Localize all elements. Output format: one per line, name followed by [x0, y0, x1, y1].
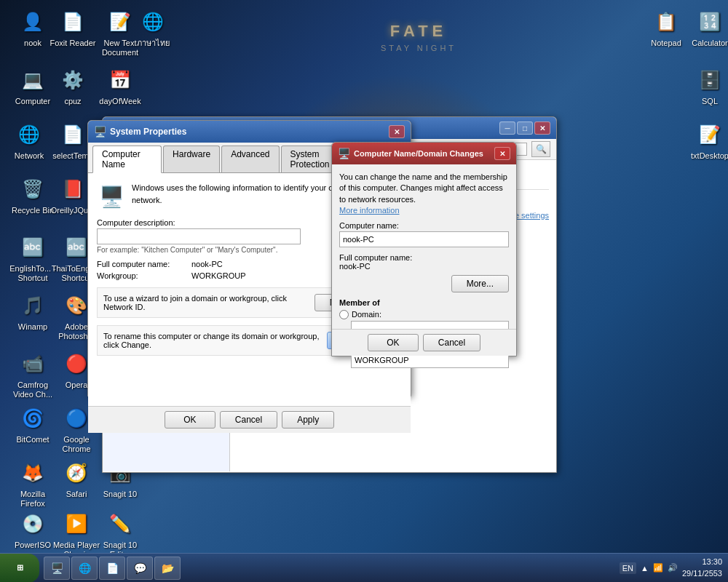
domain-changes-dialog: 🖥️ Computer Name/Domain Changes ✕ You ca… [331, 142, 517, 356]
desktop-icon-cpuz[interactable]: ⚙️ cpuz [47, 65, 98, 106]
taskbar-item-5[interactable]: 📂 [154, 557, 181, 580]
search-button[interactable]: 🔍 [531, 141, 550, 157]
sys-props-controls: ✕ [389, 125, 405, 138]
taskbar-clock[interactable]: 13:30 29/11/2553 [682, 557, 722, 579]
dayofweek-icon: 📅 [106, 65, 135, 95]
oreilly-icon: 📕 [58, 175, 87, 204]
domain-radio[interactable] [339, 310, 349, 319]
photoshop-icon: 🎨 [62, 291, 91, 320]
notepad-icon: 📋 [652, 7, 681, 36]
wizard-text: To use a wizard to join a domain or work… [103, 294, 309, 311]
member-of-label: Member of [339, 298, 509, 307]
desktop-icon-txtdesktop[interactable]: 📝 txtDesktop [684, 120, 728, 161]
domain-full-name-value: nook-PC [339, 262, 509, 271]
sql-icon: 🗄️ [695, 65, 724, 95]
domain-dialog-controls: ✕ [494, 147, 510, 160]
desktop-icon-foxit[interactable]: 📄 Foxit Reader [47, 7, 98, 48]
desktop-icon-sql[interactable]: 🗄️ SQL [684, 65, 728, 106]
cpuz-label: cpuz [47, 97, 98, 106]
dayofweek-label: dayOfWeek [95, 97, 146, 106]
winamp-icon: 🎵 [18, 291, 47, 320]
selecttemp-icon: 📄 [58, 120, 87, 149]
recycle-icon: 🗑️ [18, 175, 47, 204]
txtdesktop-label: txtDesktop [684, 151, 728, 161]
taskbar-items: 🖥️ 🌐 📄 💬 📂 [42, 554, 614, 582]
domain-full-name-area: Full computer name: nook-PC [339, 253, 509, 271]
search-icon: 🔍 [536, 144, 547, 154]
chrome-label: Google Chrome [51, 435, 102, 454]
network-computer-icon: 🖥️ [97, 182, 126, 211]
language-indicator[interactable]: EN [620, 562, 636, 574]
description-input[interactable] [97, 228, 301, 244]
taskbar: ⊞ 🖥️ 🌐 📄 💬 📂 EN ▲ 📶 🔊 13 [0, 553, 728, 582]
desktop-icon-dayofweek[interactable]: 📅 dayOfWeek [95, 65, 146, 106]
nook-icon: 👤 [18, 7, 47, 36]
taskbar-item-2[interactable]: 🌐 [71, 557, 98, 580]
domain-dialog-close-button[interactable]: ✕ [494, 147, 510, 160]
sys-props-close-button[interactable]: ✕ [389, 125, 405, 138]
domain-full-name-label: Full computer name: [339, 253, 509, 262]
foxit-icon: 📄 [58, 7, 87, 36]
domain-dialog-title: Computer Name/Domain Changes [354, 149, 483, 158]
full-name-value: nook-PC [191, 260, 223, 268]
domain-ok-button[interactable]: OK [368, 334, 419, 351]
snagited-icon: ✏️ [106, 509, 135, 538]
taskbar-tray: EN ▲ 📶 🔊 13:30 29/11/2553 [614, 557, 728, 579]
fate-subtitle: STAY NIGHT [255, 44, 582, 52]
thaitoeng-icon: 🔤 [62, 233, 91, 262]
minimize-button[interactable]: ─ [499, 121, 515, 135]
apply-button[interactable]: Apply [282, 411, 334, 428]
close-button[interactable]: ✕ [534, 121, 550, 135]
calc-icon: 🔢 [695, 7, 724, 36]
firefox-icon: 🦊 [18, 458, 47, 487]
maximize-button[interactable]: □ [517, 121, 533, 135]
foxit-label: Foxit Reader [47, 39, 98, 48]
domain-computer-name-label: Computer name: [339, 221, 509, 230]
sys-props-footer: OK Cancel Apply [88, 406, 411, 433]
mpc-icon: ▶️ [62, 509, 91, 538]
more-info-link[interactable]: More information [339, 206, 400, 215]
taskbar-icon-1: 🖥️ [50, 562, 63, 575]
computer-icon: 💻 [18, 65, 47, 95]
ok-button[interactable]: OK [165, 411, 215, 428]
window-controls: ─ □ ✕ [499, 121, 550, 135]
opera-icon: 🔴 [62, 349, 91, 378]
calc-label: Calculator [684, 39, 728, 48]
desktop-icon-snagited[interactable]: ✏️ Snagit 10 Editor [95, 509, 146, 559]
workgroup-label: Workgroup: [97, 271, 191, 280]
thai-label: ภาษาไทย [127, 39, 178, 48]
domain-radio-label: Domain: [352, 310, 381, 319]
domain-dialog-titlebar[interactable]: 🖥️ Computer Name/Domain Changes ✕ [332, 143, 516, 164]
start-label: ⊞ [17, 563, 23, 573]
fate-title: FATE [255, 22, 582, 41]
cancel-button[interactable]: Cancel [220, 411, 277, 428]
taskbar-icon-3: 📄 [106, 562, 119, 575]
tab-advanced[interactable]: Advanced [221, 146, 279, 172]
sys-props-title: System Properties [110, 127, 186, 137]
more-button[interactable]: More... [451, 275, 509, 292]
start-button[interactable]: ⊞ [0, 554, 39, 583]
domain-dialog-footer: OK Cancel [332, 329, 516, 356]
domain-cancel-button[interactable]: Cancel [423, 334, 480, 351]
cpuz-icon: ⚙️ [58, 65, 87, 95]
clock-date: 29/11/2553 [682, 568, 722, 579]
taskbar-item-4[interactable]: 💬 [127, 557, 153, 580]
safari-icon: 🧭 [62, 458, 91, 487]
tab-hardware[interactable]: Hardware [163, 146, 220, 172]
full-name-label: Full computer name: [97, 260, 191, 268]
thai-icon: 🌐 [138, 7, 167, 36]
taskbar-item-3[interactable]: 📄 [99, 557, 125, 580]
domain-computer-name-input[interactable] [339, 231, 509, 247]
desktop-icon-thai[interactable]: 🌐 ภาษาไทย [127, 7, 178, 48]
domain-computer-name-row: Computer name: [339, 221, 509, 247]
desktop: FATE STAY NIGHT 👤 nook 📄 Foxit Reader 📝 … [0, 0, 728, 582]
sql-label: SQL [684, 97, 728, 106]
desktop-icon-calc[interactable]: 🔢 Calculator [684, 7, 728, 48]
domain-dialog-icon: 🖥️ [338, 148, 349, 159]
workgroup-value: WORKGROUP [191, 271, 246, 280]
tab-computer-name[interactable]: Computer Name [92, 146, 162, 173]
taskbar-item-1[interactable]: 🖥️ [44, 557, 70, 580]
tray-icon-3: 🔊 [668, 563, 678, 573]
domain-radio-row: Domain: [339, 310, 509, 319]
sys-props-titlebar[interactable]: 🖥️ System Properties ✕ [88, 121, 411, 143]
